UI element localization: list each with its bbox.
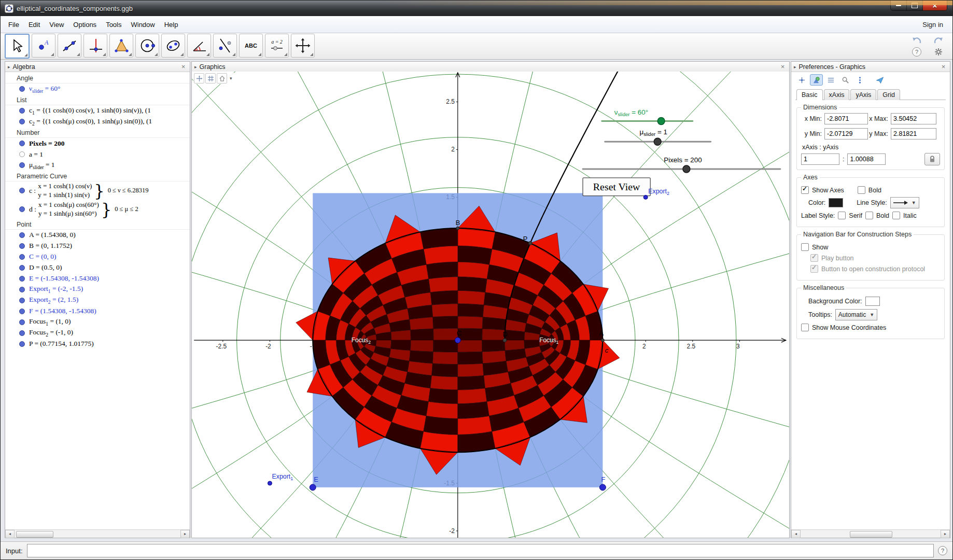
navbar-show-checkbox[interactable] (801, 243, 809, 251)
settings-button[interactable] (931, 48, 946, 57)
visibility-marble[interactable] (19, 298, 25, 303)
point-B[interactable] (456, 227, 459, 230)
objects-properties-icon[interactable] (795, 74, 808, 86)
menu-file[interactable]: File (4, 18, 24, 31)
visibility-marble[interactable] (19, 141, 25, 146)
algebra-item[interactable]: B = (0, 1.1752) (5, 241, 190, 251)
advanced-preferences-icon[interactable] (853, 74, 866, 86)
command-input[interactable] (27, 544, 934, 557)
layout-preferences-icon[interactable] (824, 74, 837, 86)
visibility-marble[interactable] (19, 206, 25, 212)
panel-menu-icon[interactable]: ▸ (194, 64, 197, 69)
xmin-input[interactable] (824, 113, 868, 124)
visibility-marble[interactable] (19, 243, 25, 249)
axes-color-swatch[interactable] (829, 198, 843, 207)
tab-grid[interactable]: Grid (877, 89, 900, 100)
menu-edit[interactable]: Edit (24, 18, 45, 31)
mouse-coordinates-checkbox[interactable] (801, 324, 809, 331)
scroll-right-icon[interactable]: ▸ (180, 530, 190, 538)
menu-help[interactable]: Help (160, 18, 183, 31)
label-bold-checkbox[interactable] (865, 212, 873, 219)
point-E[interactable] (310, 484, 316, 491)
xmax-input[interactable] (891, 113, 936, 124)
algebra-item[interactable]: d :x = 1 cosh(μ) cos(60°)y = 1 sinh(μ) s… (5, 200, 190, 219)
conic-tool[interactable] (161, 34, 185, 58)
visibility-marble[interactable] (19, 162, 25, 168)
defaults-preferences-icon[interactable] (839, 74, 852, 86)
visibility-marble[interactable] (19, 86, 25, 92)
algebra-item[interactable]: Focus2 = (-1, 0) (5, 328, 190, 339)
algebra-item[interactable]: D = (0.5, 0) (5, 262, 190, 273)
show-grid-toggle[interactable] (205, 73, 216, 83)
nu-slider-knob[interactable] (657, 118, 665, 125)
algebra-item[interactable]: Focus1 = (1, 0) (5, 317, 190, 328)
visibility-marble[interactable] (19, 265, 25, 271)
menu-view[interactable]: View (45, 18, 68, 31)
panel-menu-icon[interactable]: ▸ (8, 64, 10, 69)
algebra-item[interactable]: A = (1.54308, 0) (5, 230, 190, 241)
point-Export1[interactable] (268, 481, 272, 485)
line-tool[interactable] (58, 34, 81, 58)
tab-xaxis[interactable]: xAxis (824, 89, 850, 100)
scroll-left-icon[interactable]: ◂ (791, 530, 801, 538)
scroll-right-icon[interactable]: ▸ (941, 530, 950, 538)
mu-slider-knob[interactable] (654, 138, 661, 145)
graphics-canvas-svg[interactable]: -2.5-2-1.5-1-0.50.511.522.53-2-1.5-1-0.5… (192, 72, 789, 538)
point-A[interactable] (601, 339, 604, 342)
algebra-item[interactable]: c2 = {(1 cosh(μ) cos(0), 1 sinh(μ) sin(0… (5, 116, 190, 127)
tab-basic[interactable]: Basic (796, 89, 823, 100)
scroll-thumb[interactable] (850, 531, 892, 538)
point-P[interactable] (528, 242, 532, 245)
ratio-x-input[interactable] (801, 153, 839, 165)
menu-tools[interactable]: Tools (101, 18, 126, 31)
visibility-marble[interactable] (19, 108, 25, 114)
titlebar[interactable]: elliptical_coordinates_components.ggb × (1, 1, 952, 16)
visibility-marble[interactable] (19, 188, 25, 193)
background-color-swatch[interactable] (865, 297, 880, 306)
visibility-marble[interactable] (19, 254, 25, 260)
polygon-tool[interactable] (109, 34, 133, 58)
visibility-marble[interactable] (19, 319, 25, 325)
minimize-button[interactable] (891, 1, 907, 10)
algebra-item[interactable]: c :x = 1 cosh(1) cos(ν)y = 1 sinh(1) sin… (5, 181, 190, 200)
menu-window[interactable]: Window (126, 18, 159, 31)
algebra-item[interactable]: c1 = {(1 cosh(0) cos(ν), 1 sinh(0) sin(ν… (5, 105, 190, 116)
share-icon[interactable] (873, 74, 886, 86)
show-axes-checkbox[interactable] (801, 186, 809, 194)
algebra-hscrollbar[interactable]: ◂ ▸ (5, 529, 190, 538)
point-D[interactable] (503, 339, 507, 342)
pixels-slider-knob[interactable] (683, 165, 690, 173)
visibility-marble[interactable] (19, 119, 25, 124)
preferences-hscrollbar[interactable]: ◂ ▸ (791, 529, 950, 538)
point-F[interactable] (599, 484, 606, 491)
undo-button[interactable] (909, 36, 924, 45)
point-Export2[interactable] (643, 195, 648, 199)
preferences-close-icon[interactable]: × (940, 63, 947, 70)
scroll-left-icon[interactable]: ◂ (5, 530, 15, 538)
move-tool[interactable] (5, 34, 30, 59)
reflect-tool[interactable] (213, 34, 237, 58)
algebra-item[interactable]: F = (1.54308, -1.54308) (5, 306, 190, 317)
visibility-marble[interactable] (19, 341, 25, 347)
scroll-thumb[interactable] (16, 531, 53, 538)
stylebar-menu-caret[interactable]: ▾ (228, 76, 234, 81)
default-view-button[interactable] (217, 73, 227, 83)
input-help-icon[interactable]: ? (938, 546, 947, 555)
maximize-button[interactable] (907, 1, 923, 10)
panel-menu-icon[interactable]: ▸ (794, 64, 796, 69)
ymax-input[interactable] (891, 128, 936, 139)
move-graphics-tool[interactable] (291, 34, 315, 58)
line-style-dropdown[interactable]: ▼ (890, 197, 919, 208)
circle-tool[interactable] (135, 34, 159, 58)
close-button[interactable]: × (923, 1, 947, 10)
ratio-y-input[interactable] (847, 153, 886, 165)
axes-bold-checkbox[interactable] (858, 186, 865, 194)
algebra-item[interactable]: νslider = 60° (5, 83, 190, 94)
visibility-marble[interactable] (19, 330, 25, 336)
perpendicular-line-tool[interactable] (83, 34, 107, 58)
sign-in-button[interactable]: Sign in (916, 18, 949, 31)
algebra-item[interactable]: μslider = 1 (5, 160, 190, 171)
angle-tool[interactable] (187, 34, 211, 58)
italic-checkbox[interactable] (892, 212, 900, 219)
algebra-close-icon[interactable]: × (179, 63, 187, 70)
